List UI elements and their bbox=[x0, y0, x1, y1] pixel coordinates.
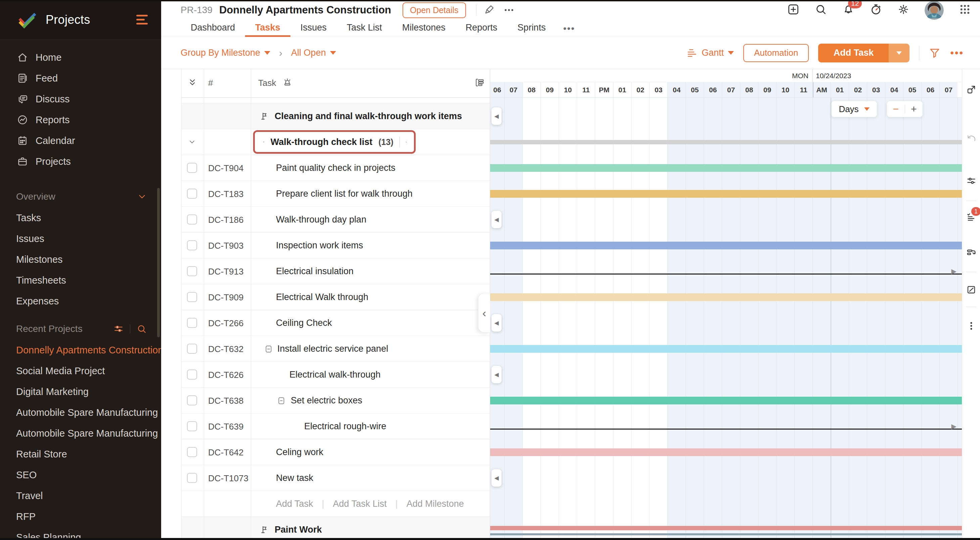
task-alert-siren-icon[interactable] bbox=[282, 77, 293, 88]
plus-square-button[interactable] bbox=[787, 3, 800, 17]
task-checkbox[interactable] bbox=[187, 292, 197, 302]
task-name[interactable]: Install electric service panel bbox=[277, 344, 388, 354]
automation-button[interactable]: Automation bbox=[743, 44, 809, 62]
subtask-collapse-icon[interactable] bbox=[277, 396, 286, 405]
view-selector-gantt[interactable]: Gantt bbox=[686, 47, 734, 59]
gantt-parent-task-line[interactable] bbox=[490, 273, 962, 275]
task-name[interactable]: Inspection work items bbox=[276, 240, 363, 251]
task-checkbox[interactable] bbox=[187, 266, 197, 276]
sidebar-item-calendar[interactable]: Calendar bbox=[0, 130, 161, 151]
sidebar-item-home[interactable]: Home bbox=[0, 47, 161, 68]
task-checkbox[interactable] bbox=[187, 421, 197, 431]
tab-issues[interactable]: Issues bbox=[290, 20, 337, 37]
add-add-task-list-link[interactable]: Add Task List bbox=[333, 499, 387, 509]
task-name[interactable]: Electrical walk-through bbox=[290, 370, 381, 380]
project-search-icon[interactable] bbox=[136, 324, 147, 334]
timer-button[interactable] bbox=[870, 3, 882, 17]
kebab-rail-button[interactable] bbox=[966, 321, 977, 331]
add-add-task-link[interactable]: Add Task bbox=[276, 499, 313, 509]
add-task-label[interactable]: Add Task bbox=[818, 44, 889, 62]
sidebar-item-reports[interactable]: Reports bbox=[0, 110, 161, 130]
task-name[interactable]: Set electric boxes bbox=[291, 395, 362, 406]
more-options-icon[interactable] bbox=[503, 4, 515, 16]
bell-button[interactable]: 12 bbox=[842, 3, 855, 17]
task-checkbox[interactable] bbox=[187, 318, 197, 328]
subtask-collapse-icon[interactable] bbox=[264, 344, 273, 354]
tab-tasks[interactable]: Tasks bbox=[245, 20, 290, 37]
gantt-task-bar[interactable] bbox=[490, 448, 962, 456]
gear-button[interactable] bbox=[897, 3, 910, 17]
task-name[interactable]: Paint quality check in projects bbox=[276, 163, 396, 173]
gantt-parent-task-line[interactable] bbox=[490, 429, 962, 430]
sidebar-overview-tasks[interactable]: Tasks bbox=[0, 207, 161, 228]
task-checkbox[interactable] bbox=[187, 240, 197, 250]
sidebar-toggle-hamburger-icon[interactable] bbox=[136, 13, 151, 27]
task-name[interactable]: Electrical Walk through bbox=[276, 292, 368, 302]
add-add-milestone-link[interactable]: Add Milestone bbox=[407, 499, 464, 509]
timescale-dropdown[interactable]: Days bbox=[831, 101, 877, 117]
sliders-rail-button[interactable] bbox=[966, 176, 977, 186]
task-checkbox[interactable] bbox=[187, 214, 197, 224]
task-name[interactable]: Walk-through day plan bbox=[276, 214, 366, 225]
user-avatar[interactable] bbox=[924, 1, 944, 20]
project-filter-sliders-icon[interactable] bbox=[113, 324, 124, 334]
gantt-check-rail-button[interactable]: 1 bbox=[966, 212, 977, 222]
toolbar-more-icon[interactable]: ••• bbox=[950, 47, 964, 59]
bar-offscreen-left-marker[interactable]: ◀ bbox=[492, 469, 501, 487]
sidebar-item-projects[interactable]: Projects bbox=[0, 151, 161, 172]
sidebar-recent-project[interactable]: Digital Marketing bbox=[0, 381, 161, 402]
sidebar-overview-expenses[interactable]: Expenses bbox=[0, 291, 161, 311]
search-button[interactable] bbox=[815, 3, 827, 17]
zoom-in-button[interactable]: + bbox=[905, 103, 923, 115]
add-task-split-button[interactable]: Add Task bbox=[818, 44, 910, 62]
task-name[interactable]: Celing work bbox=[276, 447, 323, 457]
column-settings-icon[interactable] bbox=[474, 77, 485, 88]
calendar-slash-rail-button[interactable] bbox=[966, 284, 977, 295]
task-name[interactable]: Prepare client list for walk through bbox=[276, 189, 413, 199]
sidebar-recent-project[interactable]: SEO bbox=[0, 464, 161, 485]
sidebar-recent-project[interactable]: RFP bbox=[0, 506, 161, 527]
task-checkbox[interactable] bbox=[187, 344, 197, 354]
chevron-down-icon[interactable] bbox=[137, 192, 147, 202]
sidebar-item-discuss[interactable]: Discuss bbox=[0, 89, 161, 110]
zoom-out-button[interactable]: − bbox=[887, 103, 905, 115]
task-name[interactable]: Ceiling Check bbox=[276, 318, 332, 328]
collapse-all-icon[interactable] bbox=[187, 78, 197, 88]
milestone-name[interactable]: Paint Work bbox=[275, 524, 322, 535]
grid-9-button[interactable] bbox=[959, 3, 971, 17]
task-name[interactable]: New task bbox=[276, 473, 313, 483]
gantt-task-bar[interactable] bbox=[490, 241, 962, 249]
expand-rail-button[interactable] bbox=[966, 84, 977, 95]
gantt-task-bar[interactable] bbox=[490, 164, 962, 172]
task-name[interactable]: Electrical rough-wire bbox=[304, 421, 387, 432]
task-checkbox[interactable] bbox=[187, 189, 197, 199]
open-details-button[interactable]: Open Details bbox=[402, 2, 466, 18]
highlighted-tasklist-row[interactable]: Walk-through check list(13)AZ bbox=[253, 130, 416, 154]
task-checkbox[interactable] bbox=[187, 473, 197, 483]
gantt-tasklist-summary-bar[interactable] bbox=[490, 140, 962, 144]
tab-task-list[interactable]: Task List bbox=[337, 20, 392, 37]
sidebar-recent-project[interactable]: Retail Store bbox=[0, 444, 161, 464]
tab-sprints[interactable]: Sprints bbox=[507, 20, 556, 37]
bar-offscreen-left-marker[interactable]: ◀ bbox=[492, 211, 501, 228]
tab-milestones[interactable]: Milestones bbox=[392, 20, 456, 37]
tabs-more-icon[interactable]: ••• bbox=[556, 23, 582, 34]
milestone-name[interactable]: Cleaning and final walk-through work ite… bbox=[275, 111, 462, 121]
task-name[interactable]: Electrical insulation bbox=[276, 266, 353, 276]
bar-offscreen-left-marker[interactable]: ◀ bbox=[492, 366, 501, 383]
filter-funnel-icon[interactable] bbox=[929, 47, 941, 59]
sidebar-recent-project[interactable]: Automobile Spare Manufacturing bbox=[0, 402, 161, 423]
gantt-task-bar[interactable] bbox=[490, 293, 962, 301]
bar-continues-right-marker[interactable]: ▶ bbox=[951, 422, 956, 430]
bar-offscreen-left-marker[interactable]: ◀ bbox=[492, 314, 501, 332]
bar-offscreen-left-marker[interactable]: ◀ bbox=[492, 107, 501, 125]
group-by-dropdown[interactable]: Group By Milestone bbox=[181, 48, 270, 58]
gantt-arrow-rail-button[interactable] bbox=[966, 247, 977, 258]
scope-dropdown[interactable]: All Open bbox=[291, 48, 336, 58]
gantt-task-bar[interactable] bbox=[490, 345, 962, 353]
sidebar-overview-issues[interactable]: Issues bbox=[0, 228, 161, 249]
add-task-dropdown-arrow[interactable] bbox=[889, 44, 910, 62]
task-checkbox[interactable] bbox=[187, 370, 197, 380]
tasklist-name[interactable]: Walk-through check list bbox=[270, 137, 373, 147]
undo-rail-button[interactable] bbox=[966, 133, 977, 144]
